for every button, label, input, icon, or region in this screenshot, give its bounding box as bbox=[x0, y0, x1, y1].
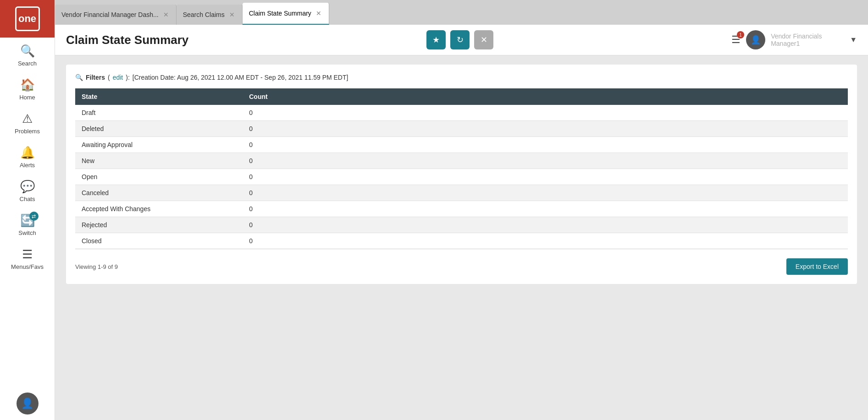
table-row: Canceled0 bbox=[75, 185, 848, 201]
export-to-excel-button[interactable]: Export to Excel bbox=[786, 258, 848, 275]
menusfavs-icon: ☰ bbox=[22, 247, 33, 262]
sidebar-item-switch[interactable]: 🔄 ⇄ Switch bbox=[0, 207, 55, 241]
cell-state: Draft bbox=[75, 105, 243, 121]
cell-count: 0 bbox=[243, 153, 307, 169]
cell-empty bbox=[307, 169, 848, 185]
table-row: Accepted With Changes0 bbox=[75, 201, 848, 217]
cell-count: 0 bbox=[243, 217, 307, 233]
main-area: Vendor Financial Manager Dash... ✕ Searc… bbox=[55, 0, 868, 420]
filters-paren-close: ): bbox=[126, 74, 130, 81]
filters-text: [Creation Date: Aug 26, 2021 12.00 AM ED… bbox=[133, 74, 348, 81]
table-row: Deleted0 bbox=[75, 121, 848, 137]
table-footer: Viewing 1-9 of 9 Export to Excel bbox=[75, 258, 848, 275]
content-area: 🔍 Filters ( edit ): [Creation Date: Aug … bbox=[55, 55, 868, 420]
viewing-text: Viewing 1-9 of 9 bbox=[75, 263, 118, 270]
sidebar-label-problems: Problems bbox=[15, 128, 40, 135]
logo-box: one bbox=[15, 6, 40, 31]
cell-count: 0 bbox=[243, 233, 307, 249]
sidebar-label-chats: Chats bbox=[20, 196, 35, 202]
tab-vendor-dash-label: Vendor Financial Manager Dash... bbox=[61, 11, 159, 18]
star-button[interactable]: ★ bbox=[426, 30, 446, 49]
table-row: New0 bbox=[75, 153, 848, 169]
cell-empty bbox=[307, 105, 848, 121]
cell-count: 0 bbox=[243, 121, 307, 137]
cell-empty bbox=[307, 233, 848, 249]
app-logo: one bbox=[0, 0, 55, 38]
menu-button[interactable]: ☰ 1 bbox=[731, 34, 741, 46]
user-name: Vendor Financials Manager1 bbox=[771, 33, 844, 47]
sidebar-item-search[interactable]: 🔍 Search bbox=[0, 38, 55, 71]
tab-search-claims-label: Search Claims bbox=[183, 11, 225, 18]
claim-state-table: State Count Draft0Deleted0Awaiting Appro… bbox=[75, 88, 848, 249]
tab-search-claims[interactable]: Search Claims ✕ bbox=[177, 5, 243, 25]
cell-state: Closed bbox=[75, 233, 243, 249]
user-avatar-sidebar[interactable]: 👤 bbox=[17, 387, 39, 420]
cell-state: New bbox=[75, 153, 243, 169]
user-avatar: 👤 bbox=[746, 30, 765, 49]
search-icon: 🔍 bbox=[20, 44, 35, 58]
alerts-icon: 🔔 bbox=[20, 146, 35, 160]
sidebar-item-home[interactable]: 🏠 Home bbox=[0, 71, 55, 105]
problems-icon: ⚠ bbox=[22, 112, 33, 126]
sidebar-item-problems[interactable]: ⚠ Problems bbox=[0, 105, 55, 139]
sidebar-item-menusfavs[interactable]: ☰ Menus/Favs bbox=[0, 241, 55, 275]
cell-empty bbox=[307, 201, 848, 217]
sidebar-label-menusfavs: Menus/Favs bbox=[11, 263, 44, 270]
cell-state: Deleted bbox=[75, 121, 243, 137]
cell-empty bbox=[307, 217, 848, 233]
sidebar-label-search: Search bbox=[18, 60, 37, 67]
notification-badge: 1 bbox=[737, 31, 744, 38]
close-button[interactable]: ✕ bbox=[474, 30, 493, 49]
home-icon: 🏠 bbox=[20, 78, 35, 92]
cell-empty bbox=[307, 121, 848, 137]
tab-search-claims-close[interactable]: ✕ bbox=[228, 11, 236, 18]
table-row: Draft0 bbox=[75, 105, 848, 121]
sidebar-item-chats[interactable]: 💬 Chats bbox=[0, 173, 55, 207]
header-actions: ★ ↻ ✕ bbox=[426, 30, 493, 49]
filter-icon: 🔍 bbox=[75, 74, 83, 81]
col-header-count: Count bbox=[243, 88, 307, 105]
filters-label: Filters bbox=[86, 74, 105, 81]
cell-count: 0 bbox=[243, 185, 307, 201]
sidebar-avatar: 👤 bbox=[17, 393, 39, 415]
filters-bar: 🔍 Filters ( edit ): [Creation Date: Aug … bbox=[75, 74, 848, 81]
header-right: ☰ 1 👤 Vendor Financials Manager1 ▼ bbox=[731, 30, 857, 49]
table-row: Closed0 bbox=[75, 233, 848, 249]
filters-paren-open: ( bbox=[108, 74, 110, 81]
filter-edit-link[interactable]: edit bbox=[113, 74, 123, 81]
sidebar-item-alerts[interactable]: 🔔 Alerts bbox=[0, 139, 55, 173]
user-dropdown-button[interactable]: ▼ bbox=[850, 36, 857, 44]
col-header-empty bbox=[307, 88, 848, 105]
cell-state: Accepted With Changes bbox=[75, 201, 243, 217]
cell-count: 0 bbox=[243, 105, 307, 121]
cell-count: 0 bbox=[243, 137, 307, 153]
table-row: Awaiting Approval0 bbox=[75, 137, 848, 153]
page-header: Claim State Summary ★ ↻ ✕ ☰ 1 👤 Vendor F… bbox=[55, 25, 868, 55]
table-row: Rejected0 bbox=[75, 217, 848, 233]
tab-vendor-dash[interactable]: Vendor Financial Manager Dash... ✕ bbox=[55, 5, 177, 25]
page-title: Claim State Summary bbox=[66, 33, 188, 47]
sidebar: one 🔍 Search 🏠 Home ⚠ Problems 🔔 Alerts … bbox=[0, 0, 55, 420]
table-row: Open0 bbox=[75, 169, 848, 185]
sidebar-label-alerts: Alerts bbox=[20, 162, 35, 169]
chats-icon: 💬 bbox=[20, 180, 35, 194]
cell-state: Open bbox=[75, 169, 243, 185]
cell-state: Rejected bbox=[75, 217, 243, 233]
content-card: 🔍 Filters ( edit ): [Creation Date: Aug … bbox=[66, 65, 857, 284]
tab-claim-state-label: Claim State Summary bbox=[249, 10, 311, 17]
tab-vendor-dash-close[interactable]: ✕ bbox=[162, 11, 170, 18]
cell-count: 0 bbox=[243, 169, 307, 185]
tab-bar: Vendor Financial Manager Dash... ✕ Searc… bbox=[55, 0, 868, 25]
cell-count: 0 bbox=[243, 201, 307, 217]
cell-empty bbox=[307, 137, 848, 153]
sidebar-label-switch: Switch bbox=[18, 229, 36, 236]
col-header-state: State bbox=[75, 88, 243, 105]
tab-claim-state[interactable]: Claim State Summary ✕ bbox=[243, 3, 329, 25]
switch-icon-wrapper: 🔄 ⇄ bbox=[20, 213, 35, 228]
sidebar-label-home: Home bbox=[19, 94, 35, 101]
tab-claim-state-close[interactable]: ✕ bbox=[315, 10, 322, 17]
cell-empty bbox=[307, 153, 848, 169]
refresh-button[interactable]: ↻ bbox=[450, 30, 470, 49]
cell-state: Awaiting Approval bbox=[75, 137, 243, 153]
cell-state: Canceled bbox=[75, 185, 243, 201]
